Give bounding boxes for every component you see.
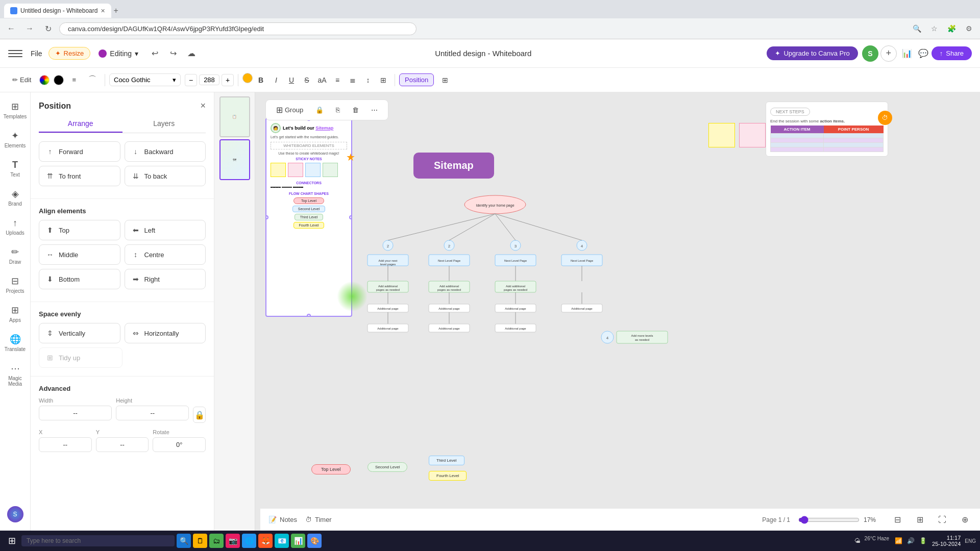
sidebar-item-user[interactable]: S (2, 502, 29, 527)
group-btn[interactable]: ⊞ Group (272, 103, 307, 117)
delete-btn[interactable]: 🗑 (348, 104, 363, 116)
star-btn[interactable]: ☆ (927, 21, 941, 36)
taskbar-app-4[interactable]: 📷 (226, 534, 240, 548)
underline-btn[interactable]: U (284, 73, 299, 87)
invite-btn[interactable]: + (880, 45, 897, 62)
zoom-slider[interactable] (798, 516, 860, 524)
sidebar-item-uploads[interactable]: ↑ Uploads (2, 213, 29, 240)
selection-handle-right[interactable] (349, 215, 352, 219)
ext-btn1[interactable]: 🧩 (944, 21, 959, 36)
sidebar-item-templates[interactable]: ⊞ Templates (2, 96, 29, 123)
font-size-input[interactable] (199, 74, 219, 85)
analytics-btn[interactable]: 📊 (899, 45, 915, 62)
address-bar[interactable]: canva.com/design/DAGUfKw1QR4/AswV6jpgP3R… (59, 22, 416, 35)
align-btn[interactable]: ≡ (330, 73, 345, 87)
effects-btn[interactable]: ⊞ (376, 73, 390, 87)
sidebar-item-draw[interactable]: ✏ Draw (2, 242, 29, 269)
comments-btn[interactable]: 💬 (915, 45, 932, 62)
sidebar-item-text[interactable]: T Text (2, 155, 29, 182)
position-panel-btn[interactable]: Position (399, 73, 434, 86)
taskbar-app-5[interactable]: 🌐 (242, 534, 256, 548)
backward-btn[interactable]: ↓ Backward (125, 141, 206, 162)
fullscreen-btn[interactable]: ⛶ (935, 513, 949, 527)
user-avatar[interactable]: S (862, 45, 878, 62)
align-bottom-btn[interactable]: ⬇ Bottom (39, 269, 120, 289)
file-menu[interactable]: File (27, 47, 46, 60)
refresh-btn[interactable]: ↻ (41, 21, 55, 36)
cloud-save-btn[interactable]: ☁ (183, 45, 200, 62)
notes-btn[interactable]: 📝 Notes (268, 516, 297, 523)
text-color-picker[interactable] (242, 73, 253, 83)
sidebar-item-elements[interactable]: ✦ Elements (2, 126, 29, 153)
taskbar-app-8[interactable]: 📊 (291, 534, 305, 548)
resize-btn[interactable]: ✦ Resize (48, 47, 91, 60)
active-tab[interactable]: Untitled design - Whiteboard ✕ (4, 4, 111, 18)
wifi-icon[interactable]: 📶 (893, 536, 903, 546)
redo-btn[interactable]: ↪ (165, 45, 181, 62)
template-thumb-2[interactable]: 🗺 (219, 139, 250, 180)
align-top-btn[interactable]: ⬆ Top (39, 220, 120, 240)
font-selector[interactable]: Coco Gothic ▾ (109, 73, 181, 86)
case-btn[interactable]: aA (315, 73, 329, 87)
taskbar-app-7[interactable]: 📧 (275, 534, 289, 548)
align-centre-btn[interactable]: ↕ Centre (125, 244, 206, 265)
sidebar-item-brand[interactable]: ◈ Brand (2, 184, 29, 211)
zoom-btn[interactable]: 🔍 (910, 21, 924, 36)
editing-dropdown[interactable]: Editing ▾ (94, 47, 142, 60)
height-input[interactable] (116, 406, 189, 420)
windows-start[interactable]: ⊞ (4, 533, 19, 548)
panel-close-btn[interactable]: × (200, 101, 206, 111)
upgrade-btn[interactable]: ✦ Upgrade to Canva Pro (767, 46, 857, 60)
share-btn[interactable]: ↑ Share (932, 46, 972, 60)
rotate-input[interactable] (153, 437, 206, 452)
more-btn[interactable]: ⋯ (367, 104, 382, 116)
y-input[interactable] (96, 437, 149, 452)
sidebar-item-apps[interactable]: ⊞ Apps (2, 300, 29, 327)
align-left-btn[interactable]: ⬅ Left (125, 220, 206, 240)
spacing-btn[interactable]: ↕ (361, 73, 375, 87)
timer-btn[interactable]: ⏱ Timer (305, 516, 332, 523)
italic-btn[interactable]: I (269, 73, 283, 87)
font-size-minus[interactable]: − (185, 74, 197, 86)
active-tab-indicator[interactable]: 🎨 (307, 534, 322, 548)
sidebar-item-translate[interactable]: 🌐 Translate (2, 329, 29, 356)
edit-btn[interactable]: ✏ Edit (8, 74, 35, 86)
bold-btn[interactable]: B (254, 73, 268, 87)
x-input[interactable] (39, 437, 92, 452)
undo-btn[interactable]: ↩ (146, 45, 163, 62)
battery-icon[interactable]: 🔋 (918, 536, 928, 546)
canvas-area[interactable]: 📋 🗺 ⊞ Group 🔒 ⎘ (214, 92, 980, 531)
fit-btn[interactable]: ⊕ (958, 513, 972, 527)
ext-btn2[interactable]: ⚙ (962, 21, 976, 36)
curve-btn[interactable]: ⌒ (84, 72, 101, 87)
forward-btn[interactable]: → (22, 21, 37, 36)
sidebar-item-projects[interactable]: ⊟ Projects (2, 271, 29, 298)
back-btn[interactable]: ← (4, 21, 18, 36)
color-picker-btn[interactable] (39, 75, 50, 85)
to-back-btn[interactable]: ⇊ To back (125, 166, 206, 186)
tab-close-btn[interactable]: ✕ (101, 8, 105, 14)
list-btn[interactable]: ≣ (346, 73, 360, 87)
grid-view-btn[interactable]: ⊟ (890, 513, 904, 527)
taskbar-app-6[interactable]: 🦊 (258, 534, 273, 548)
duplicate-btn[interactable]: ⎘ (332, 104, 344, 116)
align-middle-btn[interactable]: ↔ Middle (39, 244, 120, 265)
sound-icon[interactable]: 🔊 (905, 536, 916, 546)
template-thumb-1[interactable]: 📋 (219, 96, 250, 137)
more-options-btn[interactable]: ⊞ (438, 73, 452, 87)
vertically-btn[interactable]: ⇕ Vertically (39, 323, 120, 343)
strikethrough-btn[interactable]: S (300, 73, 314, 87)
taskbar-search-input[interactable] (21, 535, 175, 546)
align-right-btn[interactable]: ➡ Right (125, 269, 206, 289)
taskbar-app-1[interactable]: 🔍 (177, 534, 191, 548)
taskbar-app-2[interactable]: 🗒 (193, 534, 207, 548)
taskbar-app-3[interactable]: 🗂 (209, 534, 224, 548)
tile-view-btn[interactable]: ⊞ (913, 513, 927, 527)
font-size-plus[interactable]: + (222, 74, 234, 86)
sidebar-item-magic[interactable]: ⋯ Magic Media (2, 358, 29, 391)
new-tab-btn[interactable]: + (113, 6, 118, 15)
to-front-btn[interactable]: ⇈ To front (39, 166, 120, 186)
horizontally-btn[interactable]: ⇔ Horizontally (125, 323, 206, 343)
width-input[interactable] (39, 406, 112, 420)
tab-layers[interactable]: Layers (122, 115, 206, 133)
